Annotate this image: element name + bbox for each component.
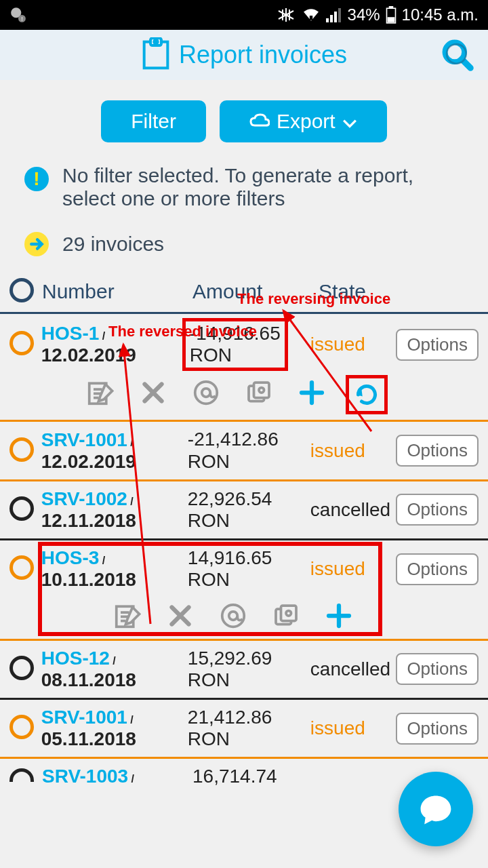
invoice-state: issued bbox=[310, 334, 396, 355]
invoice-count-text: 29 invoices bbox=[62, 233, 164, 256]
battery-percentage: 34% bbox=[348, 5, 380, 24]
signal-icon bbox=[326, 7, 342, 22]
chat-fab[interactable] bbox=[399, 772, 473, 846]
invoice-date: 10.11.2018 bbox=[41, 569, 136, 590]
svg-rect-22 bbox=[254, 382, 270, 398]
add-icon[interactable] bbox=[325, 602, 352, 629]
invoice-state: cancelled bbox=[310, 658, 396, 680]
email-icon[interactable] bbox=[192, 379, 220, 410]
invoice-currency: RON bbox=[188, 669, 230, 690]
clipboard-icon bbox=[141, 37, 171, 73]
invoice-row: SRV-1002 / 12.11.2018 22,926.54 RON canc… bbox=[0, 481, 488, 540]
invoice-currency: RON bbox=[188, 510, 230, 531]
undo-icon[interactable] bbox=[353, 381, 380, 408]
chevron-down-icon bbox=[342, 110, 357, 133]
svg-rect-4 bbox=[330, 15, 333, 22]
payment-icon[interactable] bbox=[245, 379, 272, 410]
invoice-amount: 14,916.65 bbox=[188, 547, 272, 568]
svg-rect-3 bbox=[326, 18, 329, 22]
no-filter-message: ! No filter selected. To generate a repo… bbox=[0, 160, 488, 220]
invoice-date: 08.11.2018 bbox=[41, 669, 136, 690]
svg-rect-6 bbox=[338, 8, 341, 22]
filter-button[interactable]: Filter bbox=[101, 100, 206, 142]
invoice-amount: -21,412.86 bbox=[188, 429, 279, 450]
invoice-state: issued bbox=[310, 558, 396, 580]
select-all-checkbox[interactable] bbox=[9, 278, 34, 302]
page-title: Report invoices bbox=[179, 41, 347, 69]
svg-text:!: ! bbox=[21, 16, 22, 22]
android-status-bar: ! 34% 10:45 a.m. bbox=[0, 0, 488, 30]
invoice-row: SRV-1001 / 05.11.2018 21,412.86 RON issu… bbox=[0, 700, 488, 759]
payment-icon[interactable] bbox=[272, 602, 300, 629]
edit-icon[interactable] bbox=[114, 602, 141, 629]
alert-icon: ! bbox=[24, 167, 49, 191]
row-select-checkbox[interactable] bbox=[9, 496, 34, 521]
chat-icon bbox=[417, 790, 455, 828]
invoice-currency: RON bbox=[188, 728, 230, 749]
svg-point-25 bbox=[222, 604, 245, 627]
invoice-amount: 15,292.69 bbox=[188, 648, 272, 669]
invoice-row: HOS-12 / 08.11.2018 15,292.69 RON cancel… bbox=[0, 641, 488, 700]
clock-time: 10:45 a.m. bbox=[402, 5, 479, 24]
svg-rect-9 bbox=[387, 17, 394, 22]
invoice-number-link[interactable]: HOS-12 bbox=[41, 648, 110, 669]
search-button[interactable] bbox=[441, 38, 476, 76]
invoice-number-link[interactable]: HOS-3 bbox=[41, 547, 100, 568]
options-button[interactable]: Options bbox=[396, 329, 479, 361]
column-header-number[interactable]: Number bbox=[42, 280, 192, 303]
options-button[interactable]: Options bbox=[396, 653, 479, 685]
invoice-amount: 21,412.86 bbox=[188, 707, 272, 728]
export-label: Export bbox=[277, 110, 336, 133]
options-button[interactable]: Options bbox=[396, 713, 479, 745]
battery-icon bbox=[386, 6, 396, 24]
invoice-number-link[interactable]: SRV-1001 bbox=[41, 429, 127, 450]
annotation-reversing: The reversing invoice bbox=[237, 290, 390, 308]
invoice-number-link[interactable]: HOS-1 bbox=[41, 323, 100, 344]
invoice-currency: RON bbox=[188, 451, 230, 472]
options-button[interactable]: Options bbox=[396, 435, 479, 467]
invoice-state: issued bbox=[310, 717, 396, 739]
invoice-number-link[interactable]: SRV-1003 bbox=[42, 766, 128, 787]
vibrate-icon bbox=[276, 7, 296, 23]
row-select-checkbox[interactable] bbox=[9, 656, 34, 680]
row-select-checkbox[interactable] bbox=[9, 331, 34, 355]
row-select-checkbox[interactable] bbox=[9, 437, 34, 462]
notification-icon: ! bbox=[9, 6, 27, 24]
options-button[interactable]: Options bbox=[396, 494, 479, 526]
row-select-checkbox[interactable] bbox=[9, 555, 34, 580]
invoice-state: cancelled bbox=[310, 499, 396, 521]
invoice-date: 12.02.2019 bbox=[41, 451, 136, 472]
cancel-icon[interactable] bbox=[140, 379, 167, 410]
invoice-count-row: 29 invoices bbox=[0, 220, 488, 273]
invoice-amount: 16,714.74 bbox=[192, 766, 277, 787]
arrow-right-icon bbox=[24, 232, 49, 256]
invoice-date: 12.11.2018 bbox=[41, 510, 136, 531]
export-button[interactable]: Export bbox=[220, 100, 387, 142]
invoice-date: 12.02.2019 bbox=[41, 344, 136, 366]
add-icon[interactable] bbox=[298, 379, 325, 410]
invoice-date: 05.11.2018 bbox=[41, 728, 136, 749]
svg-point-19 bbox=[195, 382, 218, 404]
invoice-row: HOS-3 / 10.11.2018 14,916.65 RON issued … bbox=[0, 540, 488, 640]
annotation-reversed: The reversed invoice bbox=[108, 323, 257, 340]
cancel-icon[interactable] bbox=[167, 602, 194, 629]
invoice-currency: RON bbox=[188, 569, 230, 590]
svg-rect-8 bbox=[388, 6, 393, 8]
options-button[interactable]: Options bbox=[396, 553, 479, 585]
invoice-currency: RON bbox=[190, 344, 232, 366]
wifi-icon bbox=[302, 7, 321, 22]
cloud-icon bbox=[249, 110, 270, 133]
invoice-number-link[interactable]: SRV-1001 bbox=[41, 707, 127, 728]
edit-icon[interactable] bbox=[87, 379, 114, 410]
invoice-number-link[interactable]: SRV-1002 bbox=[41, 488, 127, 509]
no-filter-text: No filter selected. To generate a report… bbox=[62, 164, 464, 210]
invoice-amount: 22,926.54 bbox=[188, 488, 272, 509]
undo-highlight-box bbox=[346, 375, 388, 414]
email-icon[interactable] bbox=[220, 602, 247, 629]
row-select-checkbox[interactable] bbox=[9, 715, 34, 739]
invoice-row: SRV-1001 / 12.02.2019 -21,412.86 RON iss… bbox=[0, 422, 488, 481]
row-select-checkbox[interactable] bbox=[9, 768, 34, 782]
toolbar: Filter Export bbox=[0, 80, 488, 160]
row-actions bbox=[0, 598, 488, 639]
app-header: Report invoices bbox=[0, 30, 488, 80]
